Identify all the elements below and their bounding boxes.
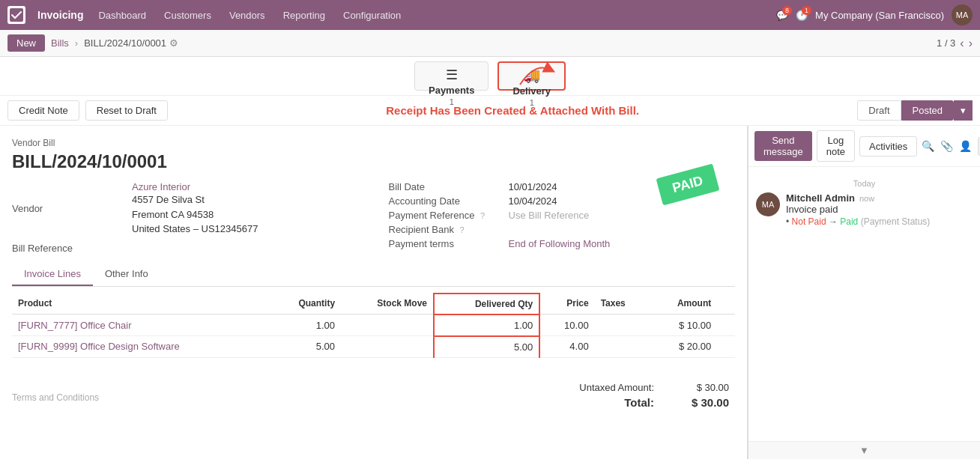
table-row: [FURN_9999] Office Design Software 5.00 … <box>12 336 735 358</box>
posted-status-button[interactable]: Posted <box>901 100 954 121</box>
untaxed-label: Untaxed Amount: <box>542 382 654 393</box>
message-avatar: MA <box>756 192 780 216</box>
vendor-address-line3: United States – US12345677 <box>132 222 258 237</box>
status-buttons: Draft Posted ▾ <box>857 100 973 121</box>
payments-button[interactable]: ☰ Payments 1 <box>414 61 489 91</box>
message-author: Mitchell Admin <box>786 192 855 204</box>
draft-status-button[interactable]: Draft <box>857 100 901 121</box>
message-item: MA Mitchell Admin now Invoice paid • Not… <box>756 192 973 227</box>
status-old: Not Paid <box>792 216 826 227</box>
col-actions <box>717 294 735 314</box>
messages-icon[interactable]: 💬8 <box>776 10 788 21</box>
right-panel-icons: 🔍 📎 👤 Follow <box>922 137 980 156</box>
total-label: Total: <box>542 396 654 409</box>
total-row: Total: $ 30.00 <box>536 395 735 410</box>
delivered-qty-1[interactable]: 1.00 <box>434 314 539 336</box>
quantity-1[interactable]: 1.00 <box>269 314 341 336</box>
top-right-icons: 💬8 🕐1 My Company (San Francisco) MA <box>776 4 973 25</box>
send-message-button[interactable]: Send message <box>754 131 812 161</box>
pagination: 1 / 3 ‹ › <box>937 37 973 50</box>
new-button[interactable]: New <box>7 34 45 52</box>
next-page-button[interactable]: › <box>969 37 973 50</box>
scroll-button[interactable]: ▼ <box>748 441 980 459</box>
status-arrow: → <box>829 216 838 227</box>
product-2[interactable]: [FURN_9999] Office Design Software <box>12 336 269 358</box>
delivery-button[interactable]: 🚚 Delivery 1 <box>497 61 566 91</box>
col-product: Product <box>12 294 269 314</box>
settings-icon[interactable]: ⚙ <box>169 37 178 49</box>
amount-1: $ 10.00 <box>649 314 717 336</box>
app-logo[interactable] <box>7 6 25 24</box>
vendor-field-row: Vendor Azure Interior 4557 De Silva St F… <box>12 181 359 237</box>
activities-button[interactable]: Activities <box>859 136 917 156</box>
accounting-date-value[interactable]: 10/04/2024 <box>509 195 557 207</box>
delivered-qty-2[interactable]: 5.00 <box>434 336 539 358</box>
status-note: (Payment Status) <box>861 216 931 227</box>
status-new: Paid <box>840 216 858 227</box>
bill-number: BILL/2024/10/0001 <box>12 151 735 172</box>
action-bar: Credit Note Reset to Draft Receipt Has B… <box>0 96 980 126</box>
price-1[interactable]: 10.00 <box>539 314 594 336</box>
stock-move-2 <box>341 336 434 358</box>
nav-vendors[interactable]: Vendors <box>226 8 268 22</box>
user-icon[interactable]: 👤 <box>959 140 972 152</box>
tabs-bar: Invoice Lines Other Info <box>12 263 735 287</box>
payment-ref-label: Payment Reference ? <box>389 210 509 221</box>
attach-icon[interactable]: 📎 <box>940 140 953 152</box>
nav-dashboard[interactable]: Dashboard <box>95 8 149 22</box>
message-area: Today MA Mitchell Admin now Invoice paid… <box>748 167 980 441</box>
app-name[interactable]: Invoicing <box>37 9 83 21</box>
delivery-icon: 🚚 <box>524 67 540 84</box>
user-avatar[interactable]: MA <box>952 4 973 25</box>
recipient-bank-label: Recipient Bank ? <box>389 224 509 235</box>
tab-invoice-lines[interactable]: Invoice Lines <box>12 263 93 286</box>
vendor-info: Azure Interior 4557 De Silva St Fremont … <box>132 181 258 237</box>
payment-ref-row: Payment Reference ? Use Bill Reference <box>389 210 736 221</box>
amount-2: $ 20.00 <box>649 336 717 358</box>
credit-note-button[interactable]: Credit Note <box>7 100 79 121</box>
message-text: Invoice paid <box>786 204 973 215</box>
untaxed-value: $ 30.00 <box>669 382 729 393</box>
product-1[interactable]: [FURN_7777] Office Chair <box>12 314 269 336</box>
log-note-button[interactable]: Log note <box>817 130 855 162</box>
form-left: Vendor Azure Interior 4557 De Silva St F… <box>12 181 359 254</box>
payment-terms-row: Payment terms End of Following Month <box>389 238 736 249</box>
search-msg-icon[interactable]: 🔍 <box>922 140 934 152</box>
tab-other-info[interactable]: Other Info <box>93 263 160 286</box>
nav-customers[interactable]: Customers <box>161 8 214 22</box>
col-stock-move: Stock Move <box>341 294 434 314</box>
payment-terms-value[interactable]: End of Following Month <box>509 238 611 249</box>
row-action-1 <box>717 314 735 336</box>
terms-area[interactable]: Terms and Conditions <box>12 392 99 410</box>
col-quantity: Quantity <box>269 294 341 314</box>
date-divider: Today <box>756 179 973 188</box>
bill-ref-label: Bill Reference <box>12 243 73 254</box>
payment-ref-value[interactable]: Use Bill Reference <box>509 210 590 221</box>
reset-to-draft-button[interactable]: Reset to Draft <box>85 100 168 121</box>
accounting-date-label: Accounting Date <box>389 195 509 207</box>
status-change: • Not Paid → Paid (Payment Status) <box>786 216 973 227</box>
smart-buttons-row: ☰ Payments 1 🚚 Delivery 1 <box>0 57 980 96</box>
stock-move-1 <box>341 314 434 336</box>
nav-reporting[interactable]: Reporting <box>280 8 328 22</box>
message-body: Mitchell Admin now Invoice paid • Not Pa… <box>786 192 973 227</box>
table-row: [FURN_7777] Office Chair 1.00 1.00 10.00… <box>12 314 735 336</box>
company-name: My Company (San Francisco) <box>815 10 944 21</box>
form-row: Vendor Azure Interior 4557 De Silva St F… <box>12 181 735 254</box>
nav-configuration[interactable]: Configuration <box>340 8 404 22</box>
breadcrumb-bar: New Bills › BILL/2024/10/0001 ⚙ 1 / 3 ‹ … <box>0 30 980 57</box>
prev-page-button[interactable]: ‹ <box>960 37 964 50</box>
breadcrumb-current: BILL/2024/10/0001 ⚙ <box>84 37 178 49</box>
vendor-address-line2: Fremont CA 94538 <box>132 207 258 222</box>
breadcrumb-separator: › <box>75 37 78 49</box>
recipient-bank-help[interactable]: ? <box>460 225 465 234</box>
status-dropdown-button[interactable]: ▾ <box>954 100 973 121</box>
breadcrumb-parent[interactable]: Bills <box>51 37 69 49</box>
quantity-2[interactable]: 5.00 <box>269 336 341 358</box>
tasks-icon[interactable]: 🕐1 <box>796 10 808 21</box>
top-navigation: Invoicing Dashboard Customers Vendors Re… <box>0 0 980 30</box>
price-2[interactable]: 4.00 <box>539 336 594 358</box>
bill-date-value[interactable]: 10/01/2024 <box>509 181 557 192</box>
payment-ref-help[interactable]: ? <box>480 211 485 220</box>
vendor-name[interactable]: Azure Interior <box>132 181 258 192</box>
